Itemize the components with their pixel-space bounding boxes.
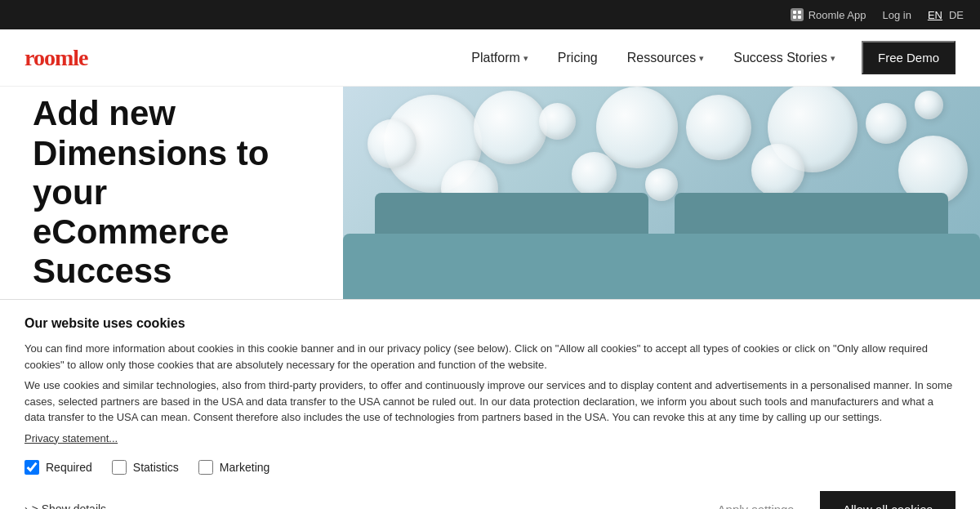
bubble [539,103,576,140]
nav-ressources[interactable]: Ressources ▾ [616,44,715,72]
nav-pricing[interactable]: Pricing [546,44,609,72]
cookie-checkboxes: Required Statistics Marketing [24,460,956,475]
cookie-text-1: You can find more information about cook… [24,341,956,373]
show-details-button[interactable]: › > Show details [24,502,106,509]
bubble [572,152,617,197]
hero-section: Add new Dimensions to your eCommerce Suc… [0,87,980,299]
checkbox-statistics[interactable]: Statistics [112,460,179,475]
topbar: Roomle App Log in EN DE [0,0,980,29]
bubble [596,87,678,168]
bubble [368,119,416,168]
marketing-checkbox[interactable] [198,460,213,475]
hero-text-block: Add new Dimensions to your eCommerce Suc… [0,87,343,299]
svg-rect-1 [793,11,796,14]
free-demo-button[interactable]: Free Demo [862,41,956,74]
chevron-down-icon: ▾ [523,53,528,64]
nav-success-stories[interactable]: Success Stories ▾ [722,44,847,72]
chevron-right-icon: › [24,502,29,509]
language-switcher: EN DE [928,9,964,21]
cookie-banner: Our website uses cookies You can find mo… [0,299,980,509]
cookie-title: Our website uses cookies [24,316,956,331]
apply-settings-button[interactable]: Apply settings [702,493,810,510]
cookie-buttons: Apply settings Allow all cookies [702,491,956,510]
cookie-text-2: We use cookies and similar technologies,… [24,377,956,426]
checkbox-required[interactable]: Required [24,460,92,475]
cookie-actions: › > Show details Apply settings Allow al… [24,491,956,510]
login-link[interactable]: Log in [882,9,911,21]
hero-image: ✓ +123 ✓ [343,87,980,299]
roomle-app-label: Roomle App [808,9,866,21]
privacy-statement-link[interactable]: Privacy statement... [24,432,118,444]
chevron-down-icon: ▾ [831,53,835,64]
required-checkbox[interactable] [24,460,39,475]
checkbox-marketing[interactable]: Marketing [198,460,270,475]
main-nav: Platform ▾ Pricing Ressources ▾ Success … [460,41,956,74]
bubble [915,91,943,119]
bubble [751,144,804,197]
svg-rect-2 [798,11,801,14]
lang-en[interactable]: EN [928,9,942,21]
sofa-image [343,234,980,299]
statistics-checkbox[interactable] [112,460,127,475]
bubble [474,91,547,164]
bubble [866,103,906,144]
bubble [645,168,678,201]
roomle-app-icon [791,8,804,21]
lang-de[interactable]: DE [949,9,964,21]
logo[interactable]: roomle [24,45,87,71]
svg-rect-4 [798,16,801,19]
allow-all-cookies-button[interactable]: Allow all cookies [820,491,956,510]
svg-rect-3 [793,16,796,19]
hero-headline: Add new Dimensions to your eCommerce Suc… [33,94,310,291]
bubble [686,95,751,160]
chevron-down-icon: ▾ [699,53,704,64]
main-header: roomle Platform ▾ Pricing Ressources ▾ S… [0,29,980,87]
roomle-app-link[interactable]: Roomle App [791,8,866,21]
logo-text: roomle [24,45,87,70]
nav-platform[interactable]: Platform ▾ [460,44,540,72]
svg-rect-0 [791,8,804,21]
